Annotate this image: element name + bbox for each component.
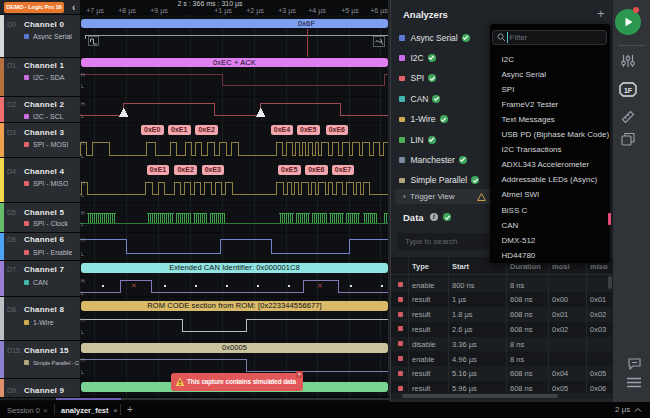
svg-text:1F: 1F	[624, 87, 633, 94]
